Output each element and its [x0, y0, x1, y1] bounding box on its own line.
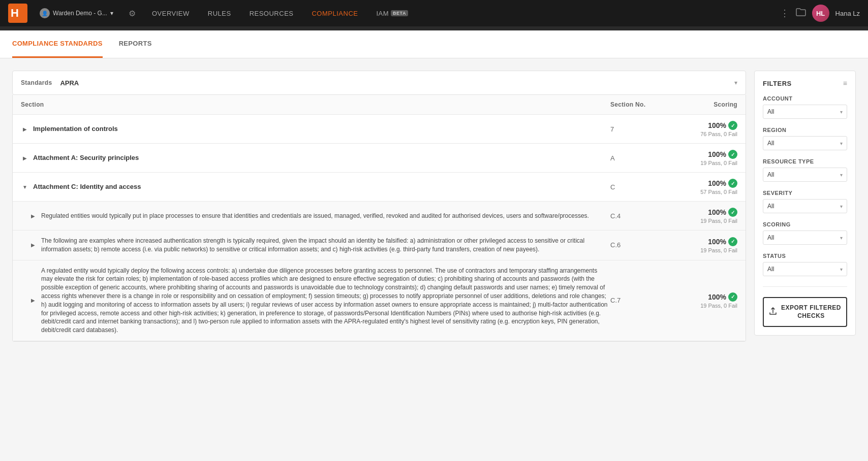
- table-row[interactable]: ▶ Attachment A: Security principles A 10…: [13, 144, 746, 173]
- check-circle: ✓: [728, 121, 737, 130]
- filter-select-status[interactable]: All ▾: [763, 262, 847, 276]
- table-header: Section Section No. Scoring: [13, 95, 746, 115]
- score-detail: 19 Pass, 0 Fail: [700, 218, 737, 224]
- compliance-tabs: COMPLIANCE STANDARDS REPORTS: [0, 30, 868, 58]
- filter-select-resource-type[interactable]: All ▾: [763, 168, 847, 182]
- filter-select-region[interactable]: All ▾: [763, 136, 847, 150]
- table-row[interactable]: ▶ A regulated entity would typically dep…: [13, 260, 746, 341]
- main-layout: Standards APRA ▾ Section Section No. Sco…: [0, 58, 868, 458]
- standards-label: Standards: [21, 79, 52, 86]
- score-pct: 100% ✓: [708, 208, 737, 217]
- table-row[interactable]: ▶ The following are examples where incre…: [13, 230, 746, 260]
- filter-group-status: STATUS All ▾: [763, 253, 847, 276]
- filter-label-severity: SEVERITY: [763, 190, 847, 196]
- scoring-cell: 100% ✓ 19 Pass, 0 Fail: [671, 292, 737, 309]
- filter-label-region: REGION: [763, 127, 847, 133]
- more-options-icon[interactable]: ⋮: [780, 8, 790, 19]
- filter-select-scoring[interactable]: All ▾: [763, 230, 847, 245]
- chevron-down-icon: ▾: [840, 204, 843, 209]
- row-label: A regulated entity would typically deplo…: [41, 267, 610, 335]
- user-account-selector[interactable]: 👤 Warden Demo - G... ▾: [36, 6, 117, 20]
- standards-selector-bar: Standards APRA ▾: [12, 71, 746, 95]
- filter-select-severity[interactable]: All ▾: [763, 199, 847, 213]
- section-no: C: [610, 183, 671, 191]
- filter-group-severity: SEVERITY All ▾: [763, 190, 847, 213]
- main-nav-links: OVERVIEW RULES RESOURCES COMPLIANCE IAM …: [143, 0, 780, 26]
- nav-iam[interactable]: IAM BETA: [367, 0, 417, 26]
- upload-icon: [769, 307, 777, 317]
- standards-dropdown-arrow[interactable]: ▾: [734, 79, 737, 86]
- score-pct: 100% ✓: [708, 179, 737, 188]
- expand-icon: ▶: [21, 154, 29, 162]
- check-circle: ✓: [728, 237, 737, 246]
- scoring-cell: 100% ✓ 19 Pass, 0 Fail: [671, 208, 737, 224]
- check-circle: ✓: [728, 179, 737, 188]
- nav-resources[interactable]: RESOURCES: [240, 0, 303, 26]
- col-header-section-no: Section No.: [610, 101, 671, 108]
- col-header-scoring: Scoring: [671, 101, 737, 108]
- filter-label-account: ACCOUNT: [763, 95, 847, 102]
- filter-group-resource-type: RESOURCE TYPE All ▾: [763, 158, 847, 182]
- divider: [763, 286, 847, 287]
- row-label: Implementation of controls: [33, 124, 610, 134]
- score-detail: 19 Pass, 0 Fail: [700, 247, 737, 253]
- score-detail: 19 Pass, 0 Fail: [700, 303, 737, 309]
- content-area: Standards APRA ▾ Section Section No. Sco…: [12, 71, 746, 446]
- avatar[interactable]: HL: [812, 5, 829, 22]
- scoring-cell: 100% ✓ 19 Pass, 0 Fail: [671, 237, 737, 253]
- score-pct: 100% ✓: [708, 121, 737, 130]
- logo[interactable]: H: [8, 4, 27, 23]
- filters-header: FILTERS ≡: [763, 79, 847, 87]
- standards-value: APRA: [60, 79, 734, 87]
- nav-rules[interactable]: RULES: [199, 0, 240, 26]
- table-row[interactable]: ▼ Attachment C: Identity and access C 10…: [13, 173, 746, 202]
- col-header-section: Section: [21, 101, 610, 108]
- expand-icon: ▶: [29, 297, 37, 305]
- filters-panel: FILTERS ≡ ACCOUNT All ▾ REGION All ▾ RES…: [754, 71, 856, 336]
- expand-icon: ▶: [29, 212, 37, 220]
- folder-icon[interactable]: [796, 8, 806, 19]
- chevron-down-icon: ▾: [840, 172, 843, 178]
- export-filtered-checks-button[interactable]: EXPORT FILTERED CHECKS: [763, 297, 847, 327]
- compliance-table: Section Section No. Scoring ▶ Implementa…: [12, 95, 746, 342]
- score-pct: 100% ✓: [708, 150, 737, 159]
- sub-nav-bar: [0, 26, 868, 30]
- filters-title: FILTERS: [763, 80, 792, 87]
- filter-select-account[interactable]: All ▾: [763, 105, 847, 119]
- score-pct: 100% ✓: [708, 237, 737, 246]
- filter-label-status: STATUS: [763, 253, 847, 259]
- section-no: C.4: [610, 212, 671, 220]
- score-pct: 100% ✓: [708, 292, 737, 302]
- table-row[interactable]: ▶ Implementation of controls 7 100% ✓ 76…: [13, 115, 746, 144]
- table-row[interactable]: ▶ Regulated entities would typically put…: [13, 202, 746, 230]
- settings-icon[interactable]: ⚙: [126, 6, 139, 21]
- chevron-down-icon: ▾: [840, 141, 843, 146]
- username-label: Hana Lz: [835, 10, 860, 17]
- chevron-down-icon: ▾: [840, 235, 843, 241]
- check-circle: ✓: [728, 292, 737, 302]
- nav-overview[interactable]: OVERVIEW: [143, 0, 199, 26]
- row-label: Regulated entities would typically put i…: [41, 212, 610, 220]
- chevron-down-icon: ▾: [840, 109, 843, 115]
- tab-reports[interactable]: REPORTS: [119, 30, 152, 58]
- user-dropdown-arrow: ▾: [110, 10, 113, 17]
- top-navigation: H 👤 Warden Demo - G... ▾ ⚙ OVERVIEW RULE…: [0, 0, 868, 26]
- score-detail: 57 Pass, 0 Fail: [700, 189, 737, 195]
- filter-group-region: REGION All ▾: [763, 127, 847, 150]
- expand-icon: ▶: [21, 125, 29, 133]
- filter-group-scoring: SCORING All ▾: [763, 221, 847, 245]
- export-button-label: EXPORT FILTERED CHECKS: [781, 304, 841, 320]
- section-no: A: [610, 154, 671, 162]
- check-circle: ✓: [728, 208, 737, 217]
- row-label: Attachment C: Identity and access: [33, 182, 610, 191]
- nav-compliance[interactable]: COMPLIANCE: [302, 0, 367, 26]
- section-no: 7: [610, 125, 671, 133]
- user-account-label: Warden Demo - G...: [53, 10, 107, 17]
- scoring-cell: 100% ✓ 19 Pass, 0 Fail: [671, 150, 737, 166]
- nav-right-actions: ⋮ HL Hana Lz: [780, 5, 860, 22]
- filter-group-account: ACCOUNT All ▾: [763, 95, 847, 119]
- tab-compliance-standards[interactable]: COMPLIANCE STANDARDS: [12, 30, 103, 58]
- svg-text:H: H: [11, 7, 19, 19]
- section-no: C.7: [610, 297, 671, 304]
- filter-lines-icon[interactable]: ≡: [843, 79, 847, 87]
